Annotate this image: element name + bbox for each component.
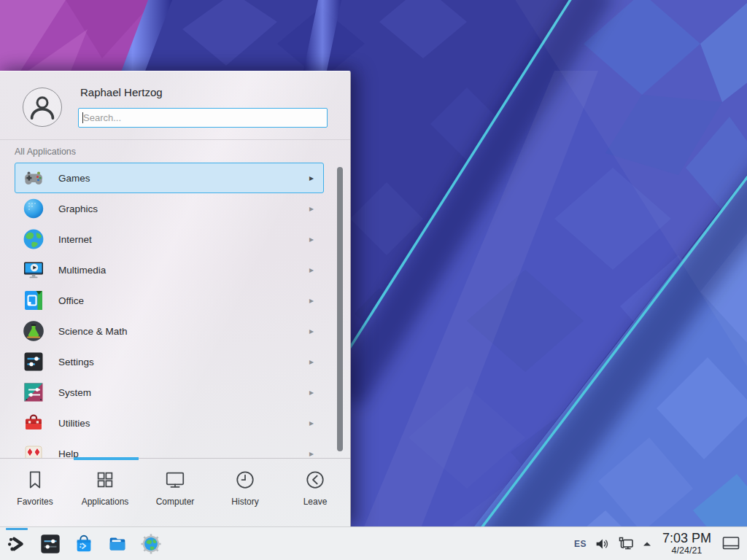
computer-icon xyxy=(164,469,186,491)
system-settings-button[interactable] xyxy=(39,527,62,560)
category-label: Science & Math xyxy=(58,326,128,337)
desktop: Raphael Hertzog All Applications Game xyxy=(0,0,747,560)
discover-button[interactable] xyxy=(72,527,96,560)
applications-icon xyxy=(94,469,116,491)
application-launcher-menu: Raphael Hertzog All Applications Game xyxy=(0,71,351,526)
web-browser-icon xyxy=(140,533,162,555)
category-item-internet[interactable]: Internet ▸ xyxy=(15,224,324,254)
active-app-indicator xyxy=(6,528,28,530)
section-label: All Applications xyxy=(15,147,76,157)
file-manager-icon xyxy=(107,533,128,555)
category-label: Internet xyxy=(58,234,92,245)
category-item-utilities[interactable]: Utilities ▸ xyxy=(15,408,324,438)
history-icon xyxy=(234,469,256,491)
leave-icon xyxy=(304,469,326,491)
category-label: Utilities xyxy=(58,418,90,429)
tab-favorites[interactable]: Favorites xyxy=(0,459,70,526)
keyboard-layout-indicator[interactable]: ES xyxy=(574,539,587,549)
tab-label: Computer xyxy=(156,497,195,507)
scrollbar[interactable] xyxy=(337,167,343,451)
category-label: Office xyxy=(58,295,84,306)
active-tab-indicator xyxy=(74,457,139,460)
chevron-right-icon: ▸ xyxy=(309,449,314,458)
discover-icon xyxy=(73,533,95,555)
chevron-right-icon: ▸ xyxy=(309,265,314,274)
category-item-help[interactable]: Help ▸ xyxy=(15,438,324,458)
settings-icon xyxy=(22,350,45,373)
user-name: Raphael Hertzog xyxy=(80,86,163,98)
show-desktop-icon xyxy=(722,536,741,552)
chevron-right-icon: ▸ xyxy=(309,174,314,182)
science-icon xyxy=(22,319,45,343)
chevron-right-icon: ▸ xyxy=(309,357,314,366)
category-list: Games ▸ Graphics xyxy=(0,163,350,458)
category-label: Multimedia xyxy=(58,265,106,276)
tab-label: Applications xyxy=(82,497,129,507)
kickoff-launcher-button[interactable] xyxy=(5,527,28,560)
chevron-right-icon: ▸ xyxy=(309,204,314,213)
tab-applications[interactable]: Applications xyxy=(70,459,140,526)
system-settings-icon xyxy=(39,533,61,555)
system-icon xyxy=(22,381,45,404)
clock-time: 7:03 PM xyxy=(662,532,711,545)
category-label: Help xyxy=(58,448,79,459)
web-browser-button[interactable] xyxy=(139,527,163,560)
category-label: Settings xyxy=(58,357,94,368)
taskbar: ES 7:03 PM 4/24/21 xyxy=(0,526,747,560)
system-tray: ES 7:03 PM 4/24/21 xyxy=(574,527,741,560)
tab-leave[interactable]: Leave xyxy=(280,459,350,526)
network-icon[interactable] xyxy=(617,535,635,553)
chevron-right-icon: ▸ xyxy=(309,296,314,305)
tab-history[interactable]: History xyxy=(210,459,280,526)
expand-tray-icon[interactable] xyxy=(642,539,652,549)
office-icon xyxy=(22,289,45,312)
help-icon xyxy=(22,442,45,458)
tab-label: Leave xyxy=(303,497,328,507)
chevron-right-icon: ▸ xyxy=(309,419,314,427)
chevron-right-icon: ▸ xyxy=(309,388,314,397)
games-icon xyxy=(22,166,45,190)
category-item-office[interactable]: Office ▸ xyxy=(15,285,324,316)
category-item-games[interactable]: Games ▸ xyxy=(15,163,324,193)
search-input[interactable] xyxy=(78,108,328,128)
clock-date: 4/24/21 xyxy=(662,546,711,556)
favorites-icon xyxy=(24,469,46,491)
tab-label: History xyxy=(231,497,258,507)
utilities-icon xyxy=(22,411,45,435)
category-item-science-math[interactable]: Science & Math ▸ xyxy=(15,316,324,346)
tab-computer[interactable]: Computer xyxy=(140,459,210,526)
graphics-icon xyxy=(22,197,45,220)
volume-icon[interactable] xyxy=(594,536,610,552)
category-item-multimedia[interactable]: Multimedia ▸ xyxy=(15,254,324,285)
category-item-system[interactable]: System ▸ xyxy=(15,377,324,408)
category-label: Graphics xyxy=(58,203,98,214)
category-item-settings[interactable]: Settings ▸ xyxy=(15,346,324,377)
taskbar-pinned-apps xyxy=(5,527,163,560)
category-label: System xyxy=(58,387,91,398)
internet-icon xyxy=(22,228,45,251)
tab-label: Favorites xyxy=(17,497,53,507)
category-label: Games xyxy=(58,173,90,184)
kickoff-launcher-icon xyxy=(6,533,28,555)
launcher-header: Raphael Hertzog xyxy=(0,71,350,140)
text-caret xyxy=(82,112,83,123)
clock[interactable]: 7:03 PM 4/24/21 xyxy=(662,532,711,556)
show-desktop-button[interactable] xyxy=(722,536,741,552)
launcher-tab-bar: Favorites Applications C xyxy=(0,458,350,526)
file-manager-button[interactable] xyxy=(106,527,129,560)
avatar[interactable] xyxy=(23,88,62,127)
chevron-right-icon: ▸ xyxy=(309,235,314,244)
chevron-right-icon: ▸ xyxy=(309,327,314,335)
user-icon xyxy=(28,93,57,122)
category-item-graphics[interactable]: Graphics ▸ xyxy=(15,193,324,224)
multimedia-icon xyxy=(22,258,45,281)
